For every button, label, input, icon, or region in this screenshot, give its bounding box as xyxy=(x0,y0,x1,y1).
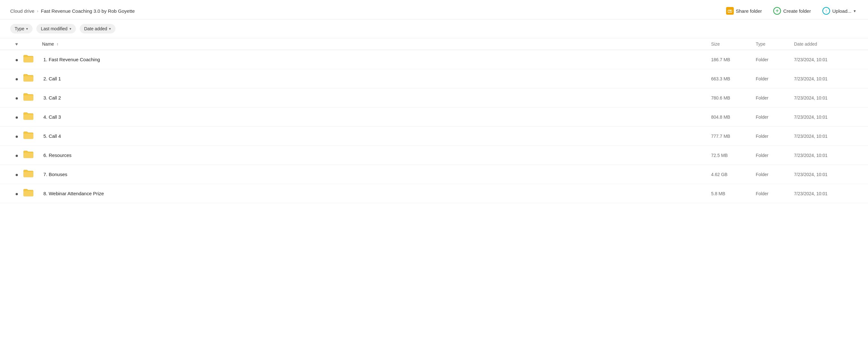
table-row[interactable]: 3. Call 2 780.6 MB Folder 7/23/2024, 10:… xyxy=(0,88,868,107)
row-dot xyxy=(10,172,23,177)
header-type[interactable]: Type xyxy=(756,41,794,46)
row-folder-icon xyxy=(23,111,42,123)
last-modified-caret-icon: ▾ xyxy=(69,27,71,31)
header-size[interactable]: Size xyxy=(711,41,756,46)
header-name[interactable]: Name ↑ xyxy=(42,41,702,46)
row-dot xyxy=(10,114,23,120)
row-size: 72.5 MB xyxy=(711,153,756,158)
row-dot xyxy=(10,133,23,139)
top-bar: Cloud drive › Fast Revenue Coaching 3.0 … xyxy=(0,0,868,20)
table-row[interactable]: 1. Fast Revenue Coaching 186.7 MB Folder… xyxy=(0,50,868,69)
row-name: 5. Call 4 xyxy=(42,133,702,139)
row-type: Folder xyxy=(756,76,794,81)
share-folder-label: Share folder xyxy=(736,8,762,14)
row-type: Folder xyxy=(756,115,794,120)
date-added-filter-label: Date added xyxy=(84,26,107,31)
row-name: 1. Fast Revenue Coaching xyxy=(42,57,702,62)
type-filter-button[interactable]: Type ▾ xyxy=(10,24,33,33)
svg-rect-0 xyxy=(728,10,732,12)
row-folder-icon xyxy=(23,92,42,103)
row-folder-icon xyxy=(23,188,42,199)
row-folder-icon xyxy=(23,54,42,65)
row-type: Folder xyxy=(756,134,794,139)
row-date: 7/23/2024, 10:01 xyxy=(794,76,858,81)
row-size: 777.7 MB xyxy=(711,134,756,139)
table-header: ♥ Name ↑ Size Type Date added xyxy=(0,38,868,50)
file-list: 1. Fast Revenue Coaching 186.7 MB Folder… xyxy=(0,50,868,203)
row-type: Folder xyxy=(756,57,794,62)
row-name: 8. Webinar Attendance Prize xyxy=(42,191,702,196)
create-folder-button[interactable]: + Create folder xyxy=(771,6,813,16)
breadcrumb-current: Fast Revenue Coaching 3.0 by Rob Goyette xyxy=(41,8,134,14)
share-folder-icon xyxy=(726,7,734,15)
table-row[interactable]: 8. Webinar Attendance Prize 5.8 MB Folde… xyxy=(0,184,868,203)
row-name: 6. Resources xyxy=(42,153,702,158)
upload-icon: ↑ xyxy=(823,7,830,15)
row-size: 663.3 MB xyxy=(711,76,756,81)
row-name: 2. Call 1 xyxy=(42,76,702,81)
row-folder-icon xyxy=(23,73,42,84)
last-modified-filter-button[interactable]: Last modified ▾ xyxy=(36,24,75,33)
row-type: Folder xyxy=(756,95,794,100)
row-name: 3. Call 2 xyxy=(42,95,702,100)
row-date: 7/23/2024, 10:01 xyxy=(794,115,858,120)
breadcrumb-root[interactable]: Cloud drive xyxy=(10,8,34,14)
breadcrumb: Cloud drive › Fast Revenue Coaching 3.0 … xyxy=(10,8,135,14)
row-date: 7/23/2024, 10:01 xyxy=(794,134,858,139)
type-filter-caret-icon: ▾ xyxy=(26,27,28,31)
type-filter-label: Type xyxy=(15,26,24,31)
upload-label: Upload... xyxy=(832,8,851,14)
name-sort-arrow-icon: ↑ xyxy=(57,42,58,46)
row-folder-icon xyxy=(23,130,42,142)
row-dot xyxy=(10,153,23,158)
table-row[interactable]: 6. Resources 72.5 MB Folder 7/23/2024, 1… xyxy=(0,146,868,165)
row-date: 7/23/2024, 10:01 xyxy=(794,153,858,158)
upload-caret-icon: ▾ xyxy=(854,9,856,13)
row-size: 804.8 MB xyxy=(711,115,756,120)
row-dot xyxy=(10,57,23,62)
row-size: 5.8 MB xyxy=(711,191,756,196)
row-date: 7/23/2024, 10:01 xyxy=(794,172,858,177)
row-size: 4.62 GB xyxy=(711,172,756,177)
breadcrumb-separator: › xyxy=(37,9,38,13)
share-folder-button[interactable]: Share folder xyxy=(724,6,764,16)
header-date-added[interactable]: Date added xyxy=(794,41,858,46)
last-modified-filter-label: Last modified xyxy=(41,26,67,31)
row-folder-icon xyxy=(23,169,42,180)
row-dot xyxy=(10,95,23,100)
table-row[interactable]: 7. Bonuses 4.62 GB Folder 7/23/2024, 10:… xyxy=(0,165,868,184)
toolbar-actions: Share folder + Create folder ↑ Upload...… xyxy=(724,6,858,16)
row-type: Folder xyxy=(756,172,794,177)
row-date: 7/23/2024, 10:01 xyxy=(794,57,858,62)
upload-button[interactable]: ↑ Upload... ▾ xyxy=(820,6,858,16)
row-date: 7/23/2024, 10:01 xyxy=(794,95,858,100)
row-size: 186.7 MB xyxy=(711,57,756,62)
row-folder-icon xyxy=(23,150,42,161)
row-size: 780.6 MB xyxy=(711,95,756,100)
header-heart: ♥ xyxy=(10,41,23,46)
table-row[interactable]: 5. Call 4 777.7 MB Folder 7/23/2024, 10:… xyxy=(0,127,868,146)
row-type: Folder xyxy=(756,191,794,196)
date-added-caret-icon: ▾ xyxy=(109,27,111,31)
filter-bar: Type ▾ Last modified ▾ Date added ▾ xyxy=(0,20,868,38)
row-dot xyxy=(10,191,23,196)
row-name: 4. Call 3 xyxy=(42,114,702,120)
row-dot xyxy=(10,76,23,81)
row-type: Folder xyxy=(756,153,794,158)
table-row[interactable]: 4. Call 3 804.8 MB Folder 7/23/2024, 10:… xyxy=(0,107,868,127)
row-date: 7/23/2024, 10:01 xyxy=(794,191,858,196)
row-name: 7. Bonuses xyxy=(42,172,702,177)
create-folder-icon: + xyxy=(773,7,781,15)
create-folder-label: Create folder xyxy=(783,8,811,14)
date-added-filter-button[interactable]: Date added ▾ xyxy=(80,24,116,33)
table-row[interactable]: 2. Call 1 663.3 MB Folder 7/23/2024, 10:… xyxy=(0,69,868,88)
